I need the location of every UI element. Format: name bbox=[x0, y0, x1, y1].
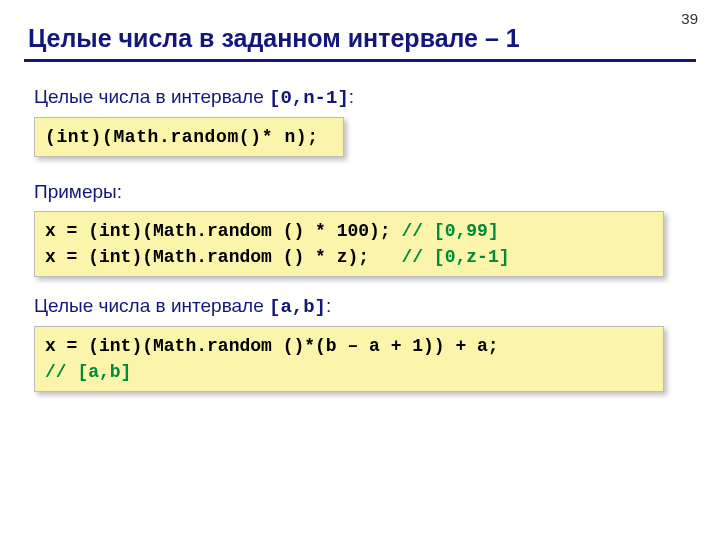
code-line-1: x = (int)(Math.random () * 100); bbox=[45, 221, 401, 241]
section3-label-pre: Целые числа в интервале bbox=[34, 295, 269, 316]
code-comment-2: // [0,z-1] bbox=[401, 247, 509, 267]
code-comment-1: // [0,99] bbox=[401, 221, 498, 241]
code-block-examples: x = (int)(Math.random () * 100); // [0,9… bbox=[34, 211, 664, 277]
code-block-formula-2: x = (int)(Math.random ()*(b – a + 1)) + … bbox=[34, 326, 664, 392]
section1-heading: Целые числа в интервале [0,n-1]: bbox=[34, 86, 692, 109]
section3-label-code: [a,b] bbox=[269, 296, 326, 318]
page-title: Целые числа в заданном интервале – 1 bbox=[28, 24, 720, 53]
section1-label-post: : bbox=[349, 86, 354, 107]
code-line-3: x = (int)(Math.random ()*(b – a + 1)) + … bbox=[45, 336, 499, 356]
code-comment-3: // [a,b] bbox=[45, 362, 131, 382]
code-line: (int)(Math.random()* n); bbox=[45, 127, 319, 147]
section3-label-post: : bbox=[326, 295, 331, 316]
slide-body: Целые числа в интервале [0,n-1]: (int)(M… bbox=[0, 62, 720, 392]
section1-label-code: [0,n-1] bbox=[269, 87, 349, 109]
section2-heading: Примеры: bbox=[34, 181, 692, 203]
code-line-2: x = (int)(Math.random () * z); bbox=[45, 247, 401, 267]
code-block-formula-1: (int)(Math.random()* n); bbox=[34, 117, 344, 157]
section3-heading: Целые числа в интервале [a,b]: bbox=[34, 295, 692, 318]
page-number: 39 bbox=[681, 10, 698, 27]
section1-label-pre: Целые числа в интервале bbox=[34, 86, 269, 107]
